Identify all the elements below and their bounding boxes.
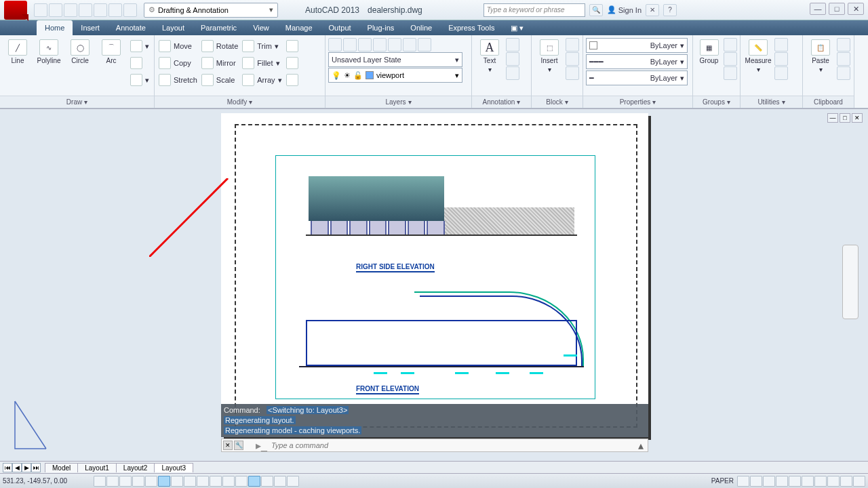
panel-utilities-title[interactable]: Utilities ▾	[741, 96, 802, 108]
tab-home[interactable]: Home	[37, 20, 73, 35]
match-prop-button[interactable]	[837, 66, 850, 80]
qat-new[interactable]	[34, 3, 47, 17]
qat-saveas[interactable]	[79, 3, 92, 17]
hatch-button[interactable]: ▾	[129, 72, 151, 88]
3dosnap-button[interactable]	[171, 476, 183, 487]
sc-button[interactable]	[261, 476, 273, 487]
cut-button[interactable]	[837, 38, 850, 52]
array-button[interactable]: Array ▾	[241, 72, 283, 88]
scale-button[interactable]: Scale	[200, 72, 239, 88]
coordinates[interactable]: 531.23, -149.57, 0.00	[3, 477, 91, 485]
infocenter-search[interactable]: Type a keyword or phrase	[484, 3, 585, 17]
create-block-button[interactable]	[566, 38, 579, 52]
offset-button[interactable]	[285, 72, 300, 88]
move-button[interactable]: Move	[157, 38, 199, 54]
paste-button[interactable]: 📋Paste▾	[806, 38, 835, 73]
group-bbox-button[interactable]	[724, 66, 737, 80]
lwt-button[interactable]	[222, 476, 235, 487]
infer-button[interactable]	[94, 476, 106, 487]
group-button[interactable]: ▦Group	[696, 38, 722, 64]
qat-redo[interactable]	[123, 3, 137, 17]
tab-extra[interactable]: ▣ ▾	[502, 20, 532, 35]
panel-block-title[interactable]: Block ▾	[532, 96, 583, 108]
tab-annotate[interactable]: Annotate	[108, 20, 154, 35]
layer-freeze-button[interactable]	[358, 38, 372, 52]
rotate-button[interactable]: Rotate	[200, 38, 239, 54]
polyline-button[interactable]: ∿Polyline	[34, 38, 64, 64]
measure-button[interactable]: 📏Measure▾	[743, 38, 773, 73]
space-toggle[interactable]: PAPER	[709, 477, 736, 485]
linetype-dropdown[interactable]: ━━━ByLayer ▾	[586, 54, 688, 69]
copy-button[interactable]: Copy	[157, 55, 199, 71]
layer-off-button[interactable]	[343, 38, 357, 52]
vp-close[interactable]: ✕	[852, 113, 863, 123]
am-button[interactable]	[274, 476, 286, 487]
cmd-expand-icon[interactable]: ▴	[634, 439, 648, 452]
tab-parametric[interactable]: Parametric	[193, 20, 245, 35]
layout-prev[interactable]: ◀	[12, 463, 22, 472]
dim-linear-button[interactable]	[506, 38, 519, 52]
copy-clip-button[interactable]	[837, 52, 850, 66]
app-menu-button[interactable]	[4, 1, 27, 20]
workspace-selector[interactable]: ⚙ Drafting & Annotation ▾	[144, 3, 278, 18]
select-all-button[interactable]	[774, 38, 788, 52]
vp-maximize[interactable]: □	[840, 113, 850, 123]
layer-current-dropdown[interactable]: 💡☀🔓 viewport▾	[328, 68, 462, 83]
lineweight-dropdown[interactable]: ━ByLayer ▾	[586, 70, 688, 85]
table-button[interactable]	[506, 66, 519, 80]
qp-button[interactable]	[248, 476, 260, 487]
layout-tab-layout1[interactable]: Layout1	[77, 463, 117, 472]
tab-plug-ins[interactable]: Plug-ins	[359, 20, 403, 35]
layout-last[interactable]: ⏭	[31, 463, 41, 472]
quick-select-button[interactable]	[774, 52, 788, 66]
rectangle-button[interactable]: ▾	[129, 38, 151, 54]
edit-attr-button[interactable]	[566, 66, 579, 80]
text-button[interactable]: AText▾	[475, 38, 505, 73]
layout-viewport[interactable]: RIGHT SIDE ELEVATION FRONT ELEVATION	[275, 155, 595, 399]
tab-online[interactable]: Online	[402, 20, 440, 35]
mirror-button[interactable]: Mirror	[200, 55, 239, 71]
tb-button[interactable]	[287, 476, 299, 487]
panel-modify-title[interactable]: Modify ▾	[155, 96, 325, 108]
drawing-area[interactable]: — □ ✕ RIGHT SIDE ELEVATION	[0, 108, 868, 461]
tab-layout[interactable]: Layout	[154, 20, 193, 35]
tab-insert[interactable]: Insert	[73, 20, 108, 35]
tab-view[interactable]: View	[245, 20, 277, 35]
qat-undo[interactable]	[108, 3, 122, 17]
vp-minimize[interactable]: —	[827, 113, 838, 123]
tab-express-tools[interactable]: Express Tools	[440, 20, 502, 35]
stretch-button[interactable]: Stretch	[157, 72, 199, 88]
erase-button[interactable]	[285, 38, 300, 54]
otrack-button[interactable]	[184, 476, 196, 487]
layer-match-button[interactable]	[403, 38, 416, 52]
hardware-accel[interactable]	[827, 476, 840, 487]
color-dropdown[interactable]: ByLayer ▾	[586, 38, 688, 53]
ducs-button[interactable]	[197, 476, 209, 487]
layout-tab-layout3[interactable]: Layout3	[154, 463, 193, 472]
command-input[interactable]	[267, 441, 634, 449]
layout-tab-model[interactable]: Model	[45, 463, 78, 472]
ortho-button[interactable]	[132, 476, 144, 487]
panel-draw-title[interactable]: Draw ▾	[0, 96, 154, 108]
circle-button[interactable]: ◯Circle	[65, 38, 95, 64]
clean-screen[interactable]	[853, 476, 865, 487]
panel-properties-title[interactable]: Properties ▾	[583, 96, 692, 108]
annoscale-button[interactable]	[763, 476, 775, 487]
minimize-button[interactable]: —	[810, 3, 826, 15]
layout-tab-layout2[interactable]: Layout2	[116, 463, 155, 472]
panel-layers-title[interactable]: Layers ▾	[326, 96, 471, 108]
snap-button[interactable]	[106, 476, 119, 487]
leader-button[interactable]	[506, 52, 519, 66]
layout-first[interactable]: ⏮	[3, 463, 12, 472]
layer-props-button[interactable]	[328, 38, 342, 52]
help-icon[interactable]: ?	[663, 4, 677, 16]
isolate-button[interactable]	[840, 476, 852, 487]
navigation-bar[interactable]	[842, 245, 859, 319]
edit-block-button[interactable]	[566, 52, 579, 66]
ungroup-button[interactable]	[724, 38, 737, 52]
panel-groups-title[interactable]: Groups ▾	[693, 96, 740, 108]
quickview-layouts[interactable]	[737, 476, 749, 487]
exchange-icon[interactable]: ✕	[646, 4, 659, 16]
layer-iso-button[interactable]	[388, 38, 401, 52]
cmd-close-icon[interactable]: ✕	[223, 441, 233, 450]
